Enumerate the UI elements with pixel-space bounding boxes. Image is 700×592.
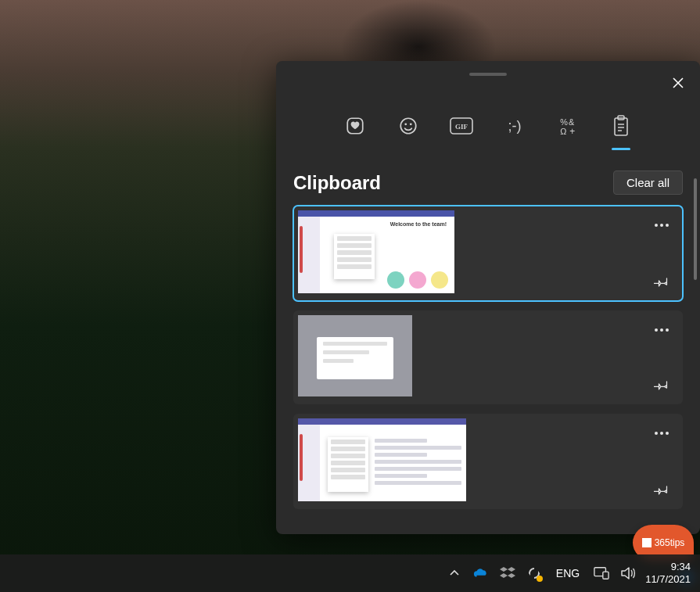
system-tray: ENG [447, 565, 636, 581]
language-indicator[interactable]: ENG [553, 567, 583, 579]
tab-clipboard[interactable] [608, 113, 634, 139]
tray-chevron[interactable] [447, 565, 462, 581]
sync-warning-dot [537, 576, 543, 582]
taskbar: ENG 9:34 11/7/2021 [0, 554, 700, 592]
tray-display[interactable] [594, 565, 609, 581]
clock-date: 11/7/2021 [645, 573, 691, 586]
svg-point-17 [666, 224, 669, 227]
volume-icon [620, 566, 636, 580]
tab-kaomoji[interactable]: ;-) [501, 113, 528, 139]
watermark-text: 365tips [655, 537, 685, 548]
pin-button[interactable] [648, 268, 675, 295]
pin-icon [654, 274, 669, 289]
more-icon [654, 328, 669, 332]
office-icon [642, 538, 652, 547]
onedrive-icon [473, 568, 489, 579]
tray-dropbox[interactable] [500, 565, 515, 581]
panel-drag-handle[interactable] [469, 73, 507, 76]
dropbox-icon [500, 566, 515, 580]
tab-favorites[interactable] [342, 113, 368, 139]
svg-text:GIF: GIF [455, 123, 468, 131]
close-icon [672, 77, 684, 89]
svg-point-16 [660, 224, 663, 227]
clipboard-item-actions [648, 212, 675, 295]
svg-point-21 [655, 432, 658, 435]
svg-point-23 [666, 432, 669, 435]
panel-body: Clipboard Clear all Welcome to the team! [276, 170, 700, 534]
clipboard-thumbnail [298, 418, 466, 501]
panel-tabs: GIF ;-) %&Ω+ [276, 106, 700, 145]
more-icon [654, 431, 669, 436]
clipboard-item-actions [648, 420, 675, 503]
pin-icon [654, 377, 669, 393]
tab-emoji[interactable] [395, 113, 422, 139]
symbols-icon: %&Ω+ [558, 116, 578, 136]
svg-point-20 [666, 328, 669, 332]
emoji-icon [398, 116, 418, 136]
svg-text:%: % [560, 117, 568, 127]
svg-point-15 [655, 224, 658, 227]
clipboard-thumbnail: Welcome to the team! [298, 210, 454, 293]
svg-rect-10 [615, 118, 627, 135]
close-button[interactable] [666, 70, 691, 95]
clipboard-item[interactable] [293, 310, 683, 404]
more-button[interactable] [648, 212, 675, 239]
svg-point-19 [660, 328, 663, 332]
display-icon [594, 566, 609, 580]
pin-button[interactable] [648, 371, 675, 398]
pin-button[interactable] [648, 476, 675, 503]
clipboard-item[interactable]: Welcome to the team! [293, 206, 683, 301]
clear-all-button[interactable]: Clear all [613, 170, 683, 195]
more-button[interactable] [648, 420, 675, 447]
svg-point-18 [655, 328, 658, 332]
svg-text:+: + [569, 126, 575, 136]
clipboard-item-actions [648, 317, 675, 398]
tray-volume[interactable] [620, 565, 636, 581]
thumb-caption: Welcome to the team! [390, 221, 447, 227]
favorites-icon [345, 116, 365, 136]
pin-icon [654, 482, 669, 497]
chevron-up-icon [449, 568, 460, 579]
clipboard-icon [612, 115, 630, 137]
more-button[interactable] [648, 317, 675, 343]
svg-point-1 [400, 118, 416, 134]
panel-title: Clipboard [293, 172, 381, 194]
taskbar-clock[interactable]: 9:34 11/7/2021 [645, 561, 691, 587]
tab-symbols[interactable]: %&Ω+ [555, 113, 581, 139]
more-icon [654, 223, 669, 228]
svg-point-22 [660, 432, 663, 435]
clipboard-thumbnail [298, 315, 412, 396]
svg-point-2 [404, 123, 407, 125]
tab-gif[interactable]: GIF [448, 113, 475, 139]
svg-point-3 [410, 123, 412, 125]
panel-header: Clipboard Clear all [293, 170, 683, 195]
gif-icon: GIF [450, 117, 473, 135]
tray-onedrive[interactable] [473, 565, 489, 581]
tray-sync[interactable] [526, 565, 542, 581]
input-panel: GIF ;-) %&Ω+ Clipboard Clear all Welcome [276, 61, 700, 534]
clock-time: 9:34 [645, 561, 691, 573]
svg-text:Ω: Ω [560, 127, 566, 136]
svg-rect-25 [603, 572, 608, 579]
clipboard-item[interactable] [293, 414, 683, 509]
kaomoji-icon: ;-) [508, 118, 522, 135]
